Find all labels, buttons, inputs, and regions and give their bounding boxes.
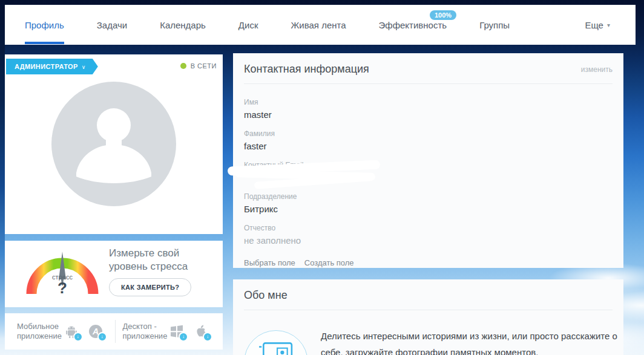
tab-calendar[interactable]: Календарь xyxy=(160,5,206,45)
download-icon: ↓ xyxy=(73,332,83,342)
choose-field-link[interactable]: Выбрать поле xyxy=(244,258,295,269)
windows-icon[interactable]: ↓ xyxy=(169,324,184,339)
create-field-link[interactable]: Создать поле xyxy=(304,258,354,269)
tab-label: Еще xyxy=(585,20,603,30)
role-badge[interactable]: АДМИНИСТРАТОР∨ xyxy=(6,59,98,74)
desktop-app-label: Десктоп - приложение xyxy=(122,322,168,341)
tab-drive[interactable]: Диск xyxy=(238,5,258,45)
apps-widget: Мобильное приложение ↓ A ↓ Десктоп - при xyxy=(5,313,223,350)
photo-circle-icon xyxy=(244,330,308,355)
chevron-down-icon: ▾ xyxy=(607,22,610,28)
background-left-edge xyxy=(0,0,5,339)
field-label-name: Имя xyxy=(244,98,613,106)
divider xyxy=(244,310,613,310)
tab-label: Эффективность xyxy=(379,20,447,30)
about-me-card: Обо мне Делитесь интересными историями и… xyxy=(233,279,623,355)
field-label-department: Подразделение xyxy=(244,192,613,201)
photo-frame-icon xyxy=(258,342,293,355)
field-label-lastname: Фамилия xyxy=(244,129,613,138)
tab-label: Календарь xyxy=(160,20,206,30)
contact-info-title: Контактная информация xyxy=(244,63,369,76)
tab-feed[interactable]: Живая лента xyxy=(291,5,346,45)
profile-card: АДМИНИСТРАТОР∨ В СЕТИ xyxy=(5,54,223,234)
efficiency-score-badge: 100% xyxy=(430,10,456,20)
download-icon: ↓ xyxy=(203,332,212,342)
tab-label: Диск xyxy=(238,20,258,30)
app-store-icon[interactable]: A ↓ xyxy=(88,324,103,339)
field-value-middlename: не заполнено xyxy=(244,235,613,246)
avatar[interactable] xyxy=(51,82,176,206)
download-icon: ↓ xyxy=(97,332,107,342)
mobile-app-label: Мобильное приложение xyxy=(17,322,63,341)
edit-link[interactable]: изменить xyxy=(581,65,613,74)
tab-label: Группы xyxy=(479,20,510,30)
apple-icon[interactable]: ↓ xyxy=(194,324,208,339)
tab-profile[interactable]: Профиль xyxy=(25,5,64,45)
tab-tasks[interactable]: Задачи xyxy=(97,5,127,45)
about-me-description: Делитесь интересными историями из жизни,… xyxy=(321,328,626,355)
download-icon: ↓ xyxy=(179,332,188,342)
tab-label: Профиль xyxy=(25,20,64,30)
stress-gauge-question: ? xyxy=(23,279,102,298)
online-status: В СЕТИ xyxy=(180,62,217,70)
stress-widget: стресс ? Измерьте свой уровень стресса К… xyxy=(5,241,223,307)
android-icon[interactable]: ↓ xyxy=(64,324,79,339)
about-me-title: Обо мне xyxy=(244,289,288,302)
online-status-label: В СЕТИ xyxy=(191,62,217,70)
divider xyxy=(115,320,116,343)
tab-more[interactable]: Еще ▾ xyxy=(585,5,610,45)
field-value-name: master xyxy=(244,109,613,120)
tab-groups[interactable]: Группы xyxy=(479,5,510,45)
chevron-down-icon: ∨ xyxy=(82,64,86,70)
role-badge-label: АДМИНИСТРАТОР xyxy=(15,63,78,70)
field-label-middlename: Отчество xyxy=(244,224,613,232)
tab-label: Задачи xyxy=(97,20,127,30)
measure-stress-button[interactable]: КАК ЗАМЕРИТЬ? xyxy=(109,278,191,296)
tab-label: Живая лента xyxy=(291,20,346,30)
active-tab-underline xyxy=(25,42,64,44)
tab-efficiency[interactable]: Эффективность 100% xyxy=(379,5,447,45)
top-navigation: Профиль Задачи Календарь Диск Живая лент… xyxy=(5,5,636,45)
stress-widget-title: Измерьте свой уровень стресса xyxy=(109,247,200,273)
contact-info-card: Контактная информация изменить Имя maste… xyxy=(233,53,623,268)
field-value-lastname: faster xyxy=(244,141,613,152)
online-dot-icon xyxy=(180,63,186,69)
field-value-department: Битрикс xyxy=(244,204,613,215)
